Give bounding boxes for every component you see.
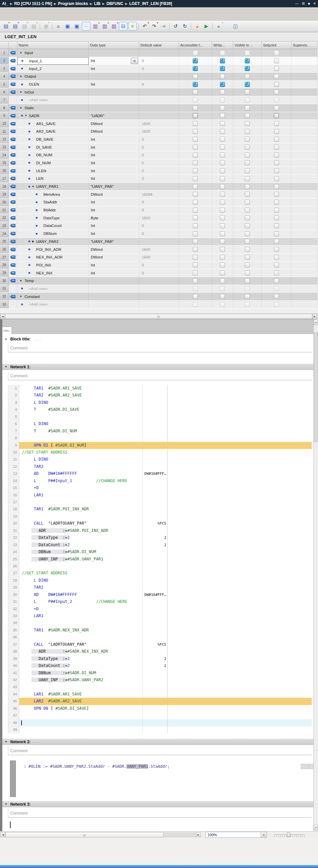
var-row[interactable]: 31<Add new> [0,285,317,293]
checkbox-writable-from-hmi[interactable] [220,121,225,126]
checkbox-visible-in-hmi[interactable] [245,105,250,111]
column-header-Visible in ...[interactable]: Visible in ... [233,41,262,49]
block-title-dots[interactable]: ...... [34,337,41,341]
code-line[interactable]: 22 DataType :=22 [8,534,312,541]
collapse-icon[interactable]: ▼ [4,803,8,806]
checkbox-accessible-from-hmi[interactable] [193,137,198,142]
default-value-cell[interactable]: 0 [139,81,179,89]
data-type-cell[interactable]: Int [89,65,139,73]
breadcrumb-item[interactable]: Program blocks [58,1,88,6]
code-line[interactable]: 45 LAR2 #SADR.AR2_SAVE [8,698,312,705]
checkbox-setpoint[interactable] [274,192,279,197]
checkbox-visible-in-hmi[interactable] [245,271,250,275]
network-1-code-editor[interactable]: 1 TAR1 #SADR.AR1_SAVE2 TAR2 #SADR.AR2_SA… [8,385,312,735]
checkbox-accessible-from-hmi[interactable] [193,105,198,111]
data-type-cell[interactable]: Int [89,261,139,270]
checkbox-visible-in-hmi[interactable] [245,200,250,205]
checkbox-visible-in-hmi[interactable] [245,168,250,173]
code-line[interactable]: 46 OPN DB [ #SADR.DI_SAVE] [8,705,312,712]
close-icon[interactable]: ✕ [313,2,316,5]
checkbox-setpoint[interactable] [274,247,279,252]
checkbox-setpoint[interactable] [274,160,279,165]
default-value-cell[interactable]: 0 [139,136,179,144]
code-line[interactable]: 3 L DINO [8,399,312,406]
checkbox-setpoint[interactable] [274,255,279,260]
checkbox-accessible-from-hmi[interactable] [193,271,198,275]
checkbox-writable-from-hmi[interactable] [220,129,225,134]
checkbox-accessible-from-hmi[interactable] [193,278,198,283]
breadcrumb[interactable]: AI_▶RD [CPU 1511-1 PN]▶Program blocks▶LI… [2,1,295,6]
checkbox-visible-in-hmi[interactable] [245,90,250,95]
data-type-cell[interactable]: "UADR" [89,112,139,120]
data-type-cell[interactable]: Int [89,81,139,89]
default-value-cell[interactable] [139,277,179,285]
data-type-cell[interactable]: Int [89,136,139,144]
code-line[interactable]: 36 [8,634,312,641]
default-value-cell[interactable] [139,49,179,57]
checkbox-visible-in-hmi[interactable] [245,121,250,126]
checkbox-writable-from-hmi[interactable] [220,184,225,189]
var-row[interactable]: 22DataTypeByte16#2 [0,214,317,222]
checkbox-setpoint[interactable] [274,176,279,181]
code-line[interactable]: 27//GET START ADDRESS [8,570,312,577]
block-title-row[interactable]: ▼ Block title: ...... [2,336,313,342]
var-row[interactable]: 17LENInt0 [0,175,317,183]
checkbox-accessible-from-hmi[interactable] [193,129,198,134]
code-line[interactable]: 8 [8,435,312,442]
scrollbar-track[interactable]: ||| [5,832,196,837]
checkbox-setpoint[interactable] [274,105,279,111]
checkbox-setpoint[interactable] [274,137,279,142]
name-cell[interactable]: OLEN [17,81,89,89]
checkbox-accessible-from-hmi[interactable] [193,98,198,102]
checkbox-visible-in-hmi[interactable] [245,137,250,142]
checkbox-writable-from-hmi[interactable] [220,223,225,228]
insert-row-icon[interactable]: ▤✱ [2,22,10,31]
default-value-cell[interactable]: 0 [139,206,179,214]
var-row[interactable]: 21BitAddrInt0 [0,206,317,214]
var-row[interactable]: 16ULENInt0 [0,167,317,175]
checkbox-setpoint[interactable] [274,168,279,173]
scrollbar-thumb[interactable] [314,333,318,442]
checkbox-visible-in-hmi[interactable] [245,294,250,299]
checkbox-visible-in-hmi[interactable] [245,208,250,213]
checkbox-writable-from-hmi[interactable] [220,192,225,197]
scroll-up-icon[interactable]: ▲ [314,319,318,325]
name-cell[interactable]: NEX_INX_ADR [17,253,89,261]
breadcrumb-item[interactable]: DBFUNC [106,1,123,6]
data-type-cell[interactable]: Int [89,198,139,206]
name-cell[interactable]: <Add new> [17,96,89,104]
checkbox-accessible-from-hmi[interactable] [193,255,198,260]
checkbox-writable-from-hmi[interactable] [220,200,225,205]
name-cell[interactable]: ▼Static [17,104,89,112]
var-row[interactable]: 32▼Constant [0,293,317,301]
data-type-cell[interactable]: Int [89,206,139,214]
name-cell[interactable]: Input_2 [17,65,89,73]
code-line[interactable]: 31 L P##Input_2 //CHANGE HERE [8,598,312,605]
expand-icon[interactable]: ▼ [19,91,23,94]
name-cell[interactable]: POI_INX [17,261,89,270]
name-cell[interactable]: ▼Temp [17,277,89,285]
snapshot-icon[interactable]: ▥± [100,22,109,31]
default-value-cell[interactable]: 0 [139,175,179,183]
checkbox-writable-from-hmi[interactable] [220,160,225,165]
code-line[interactable]: 13 AD DW#16#FFFFFFDW#16#FFF… [8,470,312,477]
default-value-cell[interactable]: 0 [139,198,179,206]
data-type-cell[interactable]: DWord [89,246,139,253]
checkbox-setpoint[interactable] [274,200,279,205]
code-line[interactable]: 30 AD DW#16#FFFFFFDW#16#FFF… [8,591,312,598]
code-line[interactable]: 29 TAR2 [8,584,312,591]
var-row[interactable]: 33<Add new> [0,301,317,309]
code-line[interactable]: 49 [8,726,312,733]
column-header-Accessible f...[interactable]: Accessible f... [179,41,212,49]
checkbox-accessible-from-hmi[interactable] [193,51,198,55]
scrollbar-thumb[interactable]: ||| [5,832,164,837]
code-line[interactable]: 11 L DINO [8,456,312,463]
code-line[interactable]: 21 ADR :=#SADR.POI_INX_ADR [8,527,312,534]
checkbox-writable-from-hmi[interactable] [220,51,225,55]
expanded-mode-icon[interactable]: ⊟ [119,22,128,31]
var-row[interactable]: 26POI_INX_ADRDWord16#0 [0,246,317,253]
default-value-cell[interactable] [139,73,179,81]
var-row[interactable]: 24DBNumInt0 [0,230,317,238]
code-line[interactable]: 33 LAR1 [8,613,312,619]
checkbox-writable-from-hmi[interactable] [220,294,225,299]
